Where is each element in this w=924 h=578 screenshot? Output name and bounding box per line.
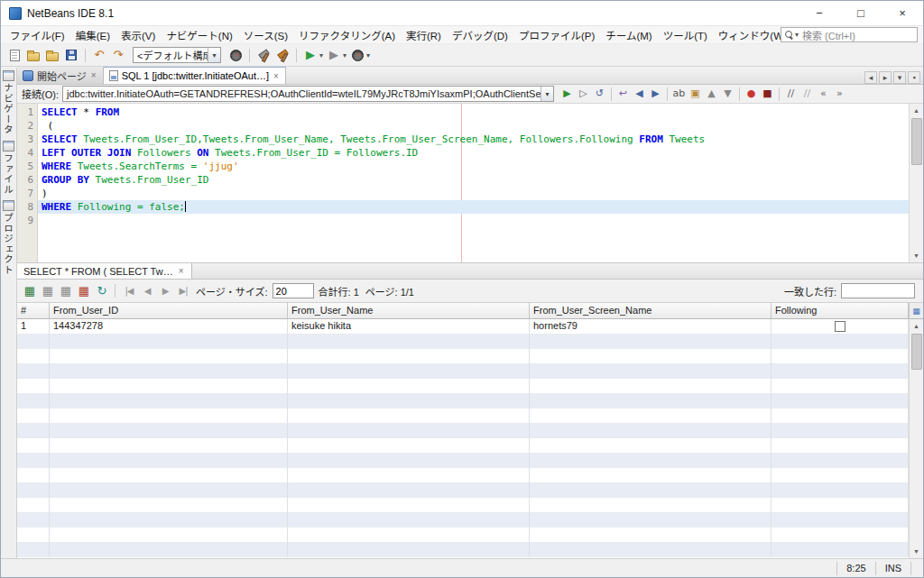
menu-item[interactable]: リファクタリング(A) xyxy=(293,26,401,44)
editor-scrollbar-thumb[interactable] xyxy=(911,118,922,165)
profile-project-icon[interactable]: ▾ xyxy=(349,47,370,63)
column-header[interactable]: Following xyxy=(772,303,909,318)
code-line[interactable]: LEFT OUTER JOIN Followers ON Tweets.From… xyxy=(38,146,909,160)
run-sql-icon[interactable]: ▶ xyxy=(559,87,575,102)
column-header[interactable]: From_User_Screen_Name xyxy=(530,303,772,318)
code-line[interactable]: ( xyxy=(38,119,909,133)
code-line[interactable] xyxy=(38,214,909,227)
doc-tab[interactable]: SQL 1 [jdbc:twitter.InitiateOAut…]× xyxy=(104,67,286,84)
menu-item[interactable]: ファイル(F) xyxy=(5,26,70,44)
menu-item[interactable]: ソース(S) xyxy=(238,26,293,44)
maximize-view-icon[interactable]: ▪ xyxy=(908,71,920,84)
cancel-edits-icon[interactable]: ▦ xyxy=(76,283,92,299)
search-box[interactable]: ▾ 検索 (Ctrl+I) xyxy=(781,27,918,42)
clean-build-project-icon[interactable] xyxy=(274,47,291,63)
sql-editor[interactable]: 123456789 SELECT * FROM (SELECT Tweets.F… xyxy=(17,104,923,263)
back-icon[interactable]: ◀ xyxy=(632,87,647,102)
grid-scrollbar[interactable]: ▲ ▼ xyxy=(909,319,923,558)
edit-cells-icon[interactable]: ▦ xyxy=(58,283,74,299)
tab-close-icon[interactable]: × xyxy=(178,266,185,276)
prev-bookmark-icon[interactable]: ▲ xyxy=(704,87,719,102)
refresh-icon[interactable]: ↻ xyxy=(94,283,110,299)
tab-close-icon[interactable]: × xyxy=(273,71,280,81)
menu-item[interactable]: 編集(E) xyxy=(70,26,116,44)
scroll-down-icon[interactable]: ▼ xyxy=(910,545,924,558)
code-line[interactable]: WHERE Tweets.SearchTerms = 'jjug' xyxy=(38,160,909,173)
code-line[interactable]: SELECT Tweets.From_User_ID,Tweets.From_U… xyxy=(38,133,909,146)
code-area[interactable]: SELECT * FROM (SELECT Tweets.From_User_I… xyxy=(38,104,909,262)
code-line[interactable]: ) xyxy=(38,187,909,200)
last-edit-position-icon[interactable]: ↩ xyxy=(615,87,631,102)
forward-icon[interactable]: ▶ xyxy=(648,87,663,102)
menu-item[interactable]: チーム(M) xyxy=(600,26,657,44)
undo-icon[interactable]: ↶ xyxy=(91,47,107,63)
shift-line-left-icon[interactable]: « xyxy=(816,87,831,102)
uncomment-icon[interactable]: // xyxy=(799,87,815,102)
scroll-up-icon[interactable]: ▲ xyxy=(910,319,924,333)
run-statement-icon[interactable]: ▷ xyxy=(576,87,591,102)
toggle-bookmark-icon[interactable]: ▣ xyxy=(688,87,703,102)
next-page-icon[interactable]: ▶ xyxy=(157,283,173,299)
sidebar-tab-projects[interactable]: プロジェクト xyxy=(2,200,15,275)
tab-close-icon[interactable]: × xyxy=(90,70,97,80)
matched-rows-input[interactable] xyxy=(841,283,915,298)
last-page-icon[interactable]: ▶| xyxy=(175,283,191,299)
menu-item[interactable]: デバッグ(D) xyxy=(447,26,513,44)
menu-item[interactable]: ツール(T) xyxy=(658,26,713,44)
shift-line-right-icon[interactable]: » xyxy=(832,87,847,102)
table-row[interactable]: 1144347278keisuke hikitahornets79 xyxy=(17,319,909,335)
tab-list-icon[interactable]: ▾ xyxy=(893,71,906,84)
toggle-highlight-icon[interactable]: ab xyxy=(671,87,687,102)
run-project-icon[interactable]: ▶ xyxy=(302,47,319,63)
next-bookmark-icon[interactable]: ▼ xyxy=(720,87,735,102)
fetch-next-page-icon[interactable]: ▦ xyxy=(40,283,56,299)
stop-macro-recording-icon[interactable]: ■ xyxy=(760,87,775,102)
page-size-input[interactable] xyxy=(273,283,314,298)
first-page-icon[interactable]: |◀ xyxy=(121,283,137,299)
result-tab[interactable]: SELECT * FROM ( SELECT Tw… × xyxy=(17,262,192,279)
build-project-icon[interactable] xyxy=(255,47,272,63)
connection-combobox[interactable]: jdbc:twitter.InitiateOAuth=GETANDREFRESH… xyxy=(62,86,554,102)
column-header[interactable]: From_User_Name xyxy=(288,303,530,318)
menu-item[interactable]: ナビゲート(N) xyxy=(161,26,237,44)
fetched-data-icon[interactable]: ▦ xyxy=(22,283,38,299)
config-combobox[interactable]: <デフォルト構成> ▾ xyxy=(133,47,221,63)
memory-gauge-icon[interactable] xyxy=(227,47,244,63)
tab-scroll-left-icon[interactable]: ◂ xyxy=(864,71,877,84)
sidebar-tab-files[interactable]: ファイル xyxy=(2,141,15,195)
close-button[interactable]: × xyxy=(882,1,923,26)
chevron-down-icon[interactable]: ▾ xyxy=(208,48,220,62)
save-all-icon[interactable] xyxy=(63,47,79,63)
following-checkbox[interactable] xyxy=(835,321,845,332)
code-line[interactable]: WHERE Following = false; xyxy=(38,200,909,214)
open-project-icon[interactable] xyxy=(44,47,60,63)
doc-tab[interactable]: 開始ページ× xyxy=(17,67,104,84)
minimize-button[interactable]: − xyxy=(799,1,840,26)
maximize-button[interactable]: □ xyxy=(840,1,882,26)
column-header[interactable]: From_User_ID xyxy=(50,303,288,318)
profile-project-icon[interactable] xyxy=(349,47,365,63)
search-dropdown-icon[interactable]: ▾ xyxy=(795,31,799,39)
menu-item[interactable]: プロファイル(P) xyxy=(513,26,600,44)
debug-project-icon[interactable]: ▶ xyxy=(326,47,342,63)
tab-scroll-right-icon[interactable]: ▸ xyxy=(879,71,892,84)
comment-icon[interactable]: // xyxy=(783,87,799,102)
column-selector-button[interactable]: ▦ xyxy=(909,303,923,319)
scroll-up-icon[interactable]: ▲ xyxy=(910,104,924,117)
menu-item[interactable]: 実行(R) xyxy=(401,26,447,44)
code-line[interactable]: GROUP BY Tweets.From_User_ID xyxy=(38,173,909,187)
prev-page-icon[interactable]: ◀ xyxy=(139,283,155,299)
editor-scrollbar[interactable]: ▲ ▼ xyxy=(909,104,923,262)
debug-project-icon[interactable]: ▶▾ xyxy=(326,47,346,63)
grid-scrollbar-thumb[interactable] xyxy=(911,334,922,370)
chevron-down-icon[interactable]: ▾ xyxy=(541,87,553,101)
start-macro-recording-icon[interactable]: ● xyxy=(744,87,759,102)
scroll-down-icon[interactable]: ▼ xyxy=(910,249,924,262)
column-header[interactable]: # xyxy=(17,303,50,318)
redo-icon[interactable]: ↷ xyxy=(110,47,126,63)
sidebar-tab-navigator[interactable]: ナビゲータ xyxy=(2,70,15,135)
run-project-icon[interactable]: ▶▾ xyxy=(302,47,323,63)
code-line[interactable]: SELECT * FROM xyxy=(38,106,909,119)
new-file-icon[interactable] xyxy=(6,47,23,63)
sql-history-icon[interactable]: ↺ xyxy=(592,87,607,102)
